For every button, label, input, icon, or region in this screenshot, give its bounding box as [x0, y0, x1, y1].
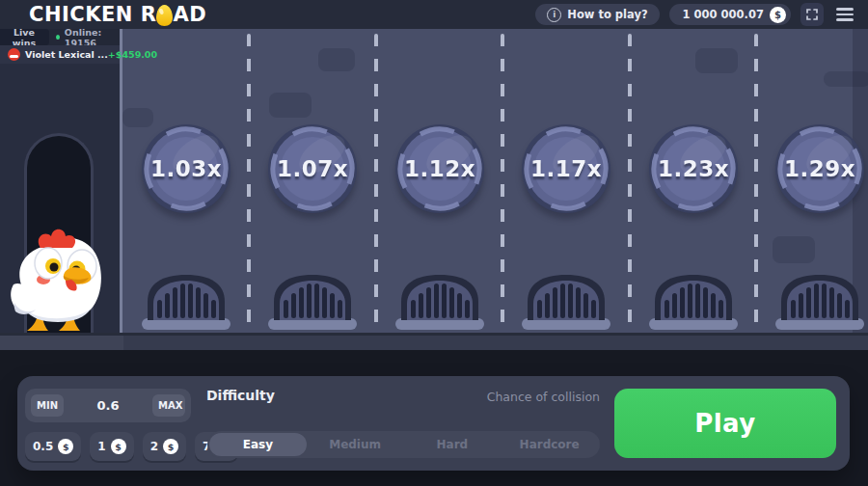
multiplier-disc: 1.29x	[773, 122, 866, 215]
dollar-coin-icon: $	[111, 439, 126, 454]
quick-bet-chip-1[interactable]: 1 $	[90, 432, 133, 461]
max-bet-button[interactable]: MAX	[152, 394, 185, 417]
sewer-grate-icon	[267, 270, 358, 330]
bet-amount-value[interactable]: 0.6	[96, 398, 119, 413]
logo-text-right: AD	[173, 3, 206, 26]
chicken-character	[6, 225, 114, 335]
play-button[interactable]: Play	[614, 389, 836, 458]
chance-of-collision-label: Chance of collision	[426, 390, 600, 404]
multiplier-disc: 1.23x	[647, 122, 740, 215]
live-wins-bar: Live wins Online: 19156	[0, 29, 120, 45]
game-area: 1.03x 1.07x 1.12x 1.17x 1.23x 1.29x	[0, 29, 868, 350]
logo-text-left: CHICKEN R	[29, 3, 156, 26]
multiplier-value: 1.29x	[773, 122, 866, 215]
sewer-grate-icon	[774, 270, 865, 330]
road-patch	[318, 48, 355, 71]
controls-card: MIN 0.6 MAX 0.5 $ 1 $ 2 $ 7	[17, 376, 850, 471]
multiplier-disc: 1.17x	[520, 122, 612, 215]
multiplier-disc: 1.12x	[393, 122, 486, 215]
sewer-grate-icon	[648, 270, 739, 330]
quick-bet-chip-0.5[interactable]: 0.5 $	[25, 432, 81, 461]
top-bar: CHICKEN R AD i How to play? 1 000 000.07…	[0, 0, 868, 29]
fullscreen-icon	[806, 9, 818, 20]
lane-divider	[501, 34, 504, 333]
left-sidebar: Live wins Online: 19156 Violet Lexical .…	[0, 29, 120, 333]
sewer-grate-icon	[521, 270, 611, 330]
sidewalk	[0, 333, 868, 350]
winner-name: Violet Lexical ...	[25, 49, 108, 60]
live-win-entry: Violet Lexical ... +$459.00	[0, 45, 120, 64]
hamburger-icon	[836, 8, 854, 11]
quick-bet-chips: 0.5 $ 1 $ 2 $ 7 $	[25, 432, 238, 461]
how-to-play-label: How to play?	[567, 8, 647, 21]
balance-value: 1 000 000.07	[683, 8, 764, 21]
min-bet-button[interactable]: MIN	[31, 394, 64, 417]
tab-hardcore[interactable]: Hardcore	[501, 433, 598, 456]
sewer-grate-icon	[394, 270, 485, 330]
dollar-coin-icon: $	[770, 7, 786, 23]
lane-divider	[247, 34, 251, 333]
control-panel: MIN 0.6 MAX 0.5 $ 1 $ 2 $ 7	[0, 350, 868, 486]
road: 1.03x 1.07x 1.12x 1.17x 1.23x 1.29x	[120, 29, 868, 333]
multiplier-value: 1.17x	[520, 122, 612, 215]
win-amount: +$459.00	[108, 49, 157, 60]
top-bar-actions: i How to play? 1 000 000.07 $	[535, 3, 868, 26]
lane-divider	[754, 34, 758, 333]
multiplier-value: 1.03x	[140, 122, 232, 215]
balance-display: 1 000 000.07 $	[669, 4, 791, 25]
multiplier-value: 1.07x	[266, 122, 359, 215]
app-logo: CHICKEN R AD	[29, 3, 206, 26]
live-wins-tab[interactable]: Live wins	[0, 29, 49, 45]
menu-button[interactable]	[833, 3, 856, 26]
player-avatar	[8, 48, 20, 61]
road-patch	[773, 236, 815, 263]
lane-divider	[628, 34, 632, 333]
chicken-road-app: CHICKEN R AD i How to play? 1 000 000.07…	[0, 0, 868, 486]
bet-amount-control: MIN 0.6 MAX	[25, 389, 191, 422]
multiplier-disc: 1.03x	[140, 122, 232, 215]
online-dot-icon	[56, 35, 60, 40]
fullscreen-button[interactable]	[800, 3, 824, 26]
egg-icon	[155, 4, 174, 27]
road-patch	[269, 93, 312, 118]
lane-divider	[374, 34, 378, 333]
multiplier-value: 1.23x	[647, 122, 740, 215]
multiplier-disc: 1.07x	[266, 122, 359, 215]
quick-bet-chip-2[interactable]: 2 $	[143, 432, 186, 461]
difficulty-label: Difficulty	[206, 388, 275, 403]
dollar-coin-icon: $	[58, 439, 73, 454]
difficulty-tabs: Easy Medium Hard Hardcore	[207, 431, 600, 458]
tab-hard[interactable]: Hard	[404, 433, 502, 456]
sewer-grate-icon	[141, 270, 231, 330]
tab-easy[interactable]: Easy	[209, 433, 307, 456]
info-icon: i	[547, 8, 561, 22]
road-patch	[695, 48, 738, 73]
multiplier-value: 1.12x	[393, 122, 486, 215]
dollar-coin-icon: $	[163, 439, 178, 454]
tab-medium[interactable]: Medium	[307, 433, 404, 456]
how-to-play-button[interactable]: i How to play?	[535, 4, 659, 25]
